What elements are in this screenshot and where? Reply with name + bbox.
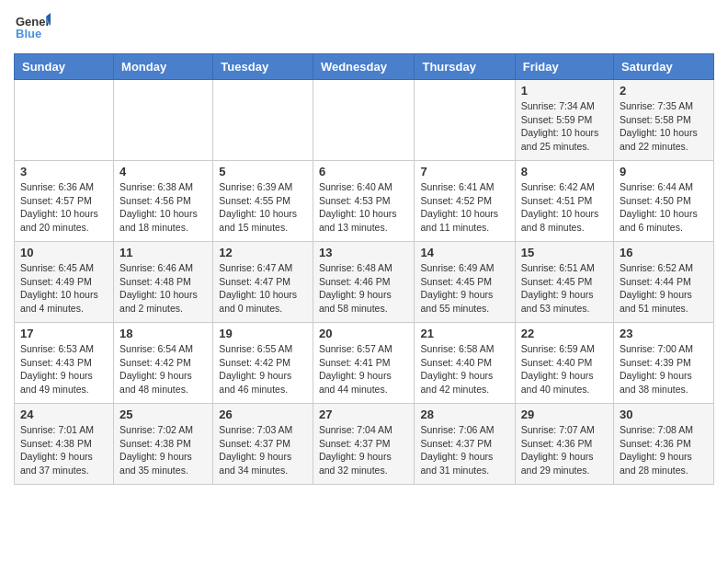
calendar-cell: 15Sunrise: 6:51 AM Sunset: 4:45 PM Dayli…: [515, 242, 613, 323]
week-row-0: 1Sunrise: 7:34 AM Sunset: 5:59 PM Daylig…: [15, 80, 714, 161]
day-number: 30: [620, 408, 708, 421]
calendar-cell: [415, 80, 515, 161]
calendar-cell: 29Sunrise: 7:07 AM Sunset: 4:36 PM Dayli…: [515, 404, 613, 485]
calendar-cell: 18Sunrise: 6:54 AM Sunset: 4:42 PM Dayli…: [114, 323, 213, 404]
day-info: Sunrise: 6:41 AM Sunset: 4:52 PM Dayligh…: [420, 180, 508, 235]
calendar-cell: 22Sunrise: 6:59 AM Sunset: 4:40 PM Dayli…: [515, 323, 613, 404]
week-row-2: 10Sunrise: 6:45 AM Sunset: 4:49 PM Dayli…: [15, 242, 714, 323]
day-info: Sunrise: 6:51 AM Sunset: 4:45 PM Dayligh…: [521, 261, 608, 316]
day-number: 19: [219, 327, 307, 340]
day-number: 8: [521, 165, 608, 178]
day-info: Sunrise: 6:47 AM Sunset: 4:47 PM Dayligh…: [219, 261, 307, 316]
day-info: Sunrise: 6:36 AM Sunset: 4:57 PM Dayligh…: [20, 180, 108, 235]
day-info: Sunrise: 7:35 AM Sunset: 5:58 PM Dayligh…: [620, 99, 708, 154]
day-info: Sunrise: 7:01 AM Sunset: 4:38 PM Dayligh…: [20, 423, 108, 477]
header: General Blue: [14, 9, 714, 46]
day-number: 17: [20, 327, 108, 340]
day-info: Sunrise: 6:38 AM Sunset: 4:56 PM Dayligh…: [119, 180, 207, 235]
day-number: 27: [319, 408, 409, 421]
calendar-cell: 1Sunrise: 7:34 AM Sunset: 5:59 PM Daylig…: [515, 80, 613, 161]
calendar-cell: [213, 80, 313, 161]
day-info: Sunrise: 7:03 AM Sunset: 4:37 PM Dayligh…: [219, 423, 307, 477]
day-number: 4: [119, 165, 207, 178]
calendar-table: SundayMondayTuesdayWednesdayThursdayFrid…: [14, 53, 714, 485]
calendar-cell: 14Sunrise: 6:49 AM Sunset: 4:45 PM Dayli…: [415, 242, 515, 323]
day-number: 24: [20, 408, 108, 421]
weekday-monday: Monday: [114, 54, 213, 80]
calendar-cell: 30Sunrise: 7:08 AM Sunset: 4:36 PM Dayli…: [614, 404, 714, 485]
calendar-cell: 27Sunrise: 7:04 AM Sunset: 4:37 PM Dayli…: [313, 404, 415, 485]
day-info: Sunrise: 7:02 AM Sunset: 4:38 PM Dayligh…: [119, 423, 207, 477]
weekday-saturday: Saturday: [614, 54, 714, 80]
day-info: Sunrise: 7:00 AM Sunset: 4:39 PM Dayligh…: [620, 342, 708, 396]
weekday-thursday: Thursday: [415, 54, 515, 80]
week-row-1: 3Sunrise: 6:36 AM Sunset: 4:57 PM Daylig…: [15, 161, 714, 242]
day-info: Sunrise: 6:59 AM Sunset: 4:40 PM Dayligh…: [521, 342, 608, 396]
weekday-tuesday: Tuesday: [213, 54, 313, 80]
day-number: 2: [620, 84, 708, 98]
calendar-cell: 23Sunrise: 7:00 AM Sunset: 4:39 PM Dayli…: [614, 323, 714, 404]
calendar-cell: 3Sunrise: 6:36 AM Sunset: 4:57 PM Daylig…: [15, 161, 114, 242]
day-number: 21: [420, 327, 508, 340]
day-number: 6: [319, 165, 409, 178]
calendar-cell: 20Sunrise: 6:57 AM Sunset: 4:41 PM Dayli…: [313, 323, 415, 404]
day-number: 23: [620, 327, 708, 340]
day-info: Sunrise: 6:46 AM Sunset: 4:48 PM Dayligh…: [119, 261, 207, 316]
day-info: Sunrise: 6:44 AM Sunset: 4:50 PM Dayligh…: [620, 180, 708, 235]
day-number: 1: [521, 84, 608, 98]
calendar-cell: 12Sunrise: 6:47 AM Sunset: 4:47 PM Dayli…: [213, 242, 313, 323]
calendar-cell: 2Sunrise: 7:35 AM Sunset: 5:58 PM Daylig…: [614, 80, 714, 161]
calendar-cell: 8Sunrise: 6:42 AM Sunset: 4:51 PM Daylig…: [515, 161, 613, 242]
calendar-cell: 25Sunrise: 7:02 AM Sunset: 4:38 PM Dayli…: [114, 404, 213, 485]
calendar-cell: 5Sunrise: 6:39 AM Sunset: 4:55 PM Daylig…: [213, 161, 313, 242]
day-info: Sunrise: 6:40 AM Sunset: 4:53 PM Dayligh…: [319, 180, 409, 235]
week-row-3: 17Sunrise: 6:53 AM Sunset: 4:43 PM Dayli…: [15, 323, 714, 404]
svg-text:Blue: Blue: [16, 27, 41, 40]
calendar-cell: 19Sunrise: 6:55 AM Sunset: 4:42 PM Dayli…: [213, 323, 313, 404]
day-info: Sunrise: 6:49 AM Sunset: 4:45 PM Dayligh…: [420, 261, 508, 316]
day-number: 3: [20, 165, 108, 178]
day-number: 20: [319, 327, 409, 340]
day-number: 5: [219, 165, 307, 178]
calendar-cell: 24Sunrise: 7:01 AM Sunset: 4:38 PM Dayli…: [15, 404, 114, 485]
calendar-cell: 11Sunrise: 6:46 AM Sunset: 4:48 PM Dayli…: [114, 242, 213, 323]
day-number: 11: [119, 246, 207, 259]
calendar-header: SundayMondayTuesdayWednesdayThursdayFrid…: [15, 54, 714, 80]
day-info: Sunrise: 6:42 AM Sunset: 4:51 PM Dayligh…: [521, 180, 608, 235]
weekday-sunday: Sunday: [15, 54, 114, 80]
calendar-cell: 6Sunrise: 6:40 AM Sunset: 4:53 PM Daylig…: [313, 161, 415, 242]
week-row-4: 24Sunrise: 7:01 AM Sunset: 4:38 PM Dayli…: [15, 404, 714, 485]
day-info: Sunrise: 6:45 AM Sunset: 4:49 PM Dayligh…: [20, 261, 108, 316]
calendar-cell: [114, 80, 213, 161]
weekday-header-row: SundayMondayTuesdayWednesdayThursdayFrid…: [15, 54, 714, 80]
day-info: Sunrise: 7:08 AM Sunset: 4:36 PM Dayligh…: [620, 423, 708, 477]
calendar-cell: 7Sunrise: 6:41 AM Sunset: 4:52 PM Daylig…: [415, 161, 515, 242]
day-number: 18: [119, 327, 207, 340]
day-number: 7: [420, 165, 508, 178]
day-info: Sunrise: 6:48 AM Sunset: 4:46 PM Dayligh…: [319, 261, 409, 316]
day-info: Sunrise: 6:57 AM Sunset: 4:41 PM Dayligh…: [319, 342, 409, 396]
day-number: 9: [620, 165, 708, 178]
calendar-cell: [313, 80, 415, 161]
day-number: 28: [420, 408, 508, 421]
calendar-cell: [15, 80, 114, 161]
weekday-wednesday: Wednesday: [313, 54, 415, 80]
day-info: Sunrise: 6:55 AM Sunset: 4:42 PM Dayligh…: [219, 342, 307, 396]
calendar-cell: 13Sunrise: 6:48 AM Sunset: 4:46 PM Dayli…: [313, 242, 415, 323]
calendar-cell: 28Sunrise: 7:06 AM Sunset: 4:37 PM Dayli…: [415, 404, 515, 485]
logo: General Blue: [14, 9, 51, 46]
calendar-cell: 10Sunrise: 6:45 AM Sunset: 4:49 PM Dayli…: [15, 242, 114, 323]
calendar-cell: 9Sunrise: 6:44 AM Sunset: 4:50 PM Daylig…: [614, 161, 714, 242]
calendar-cell: 21Sunrise: 6:58 AM Sunset: 4:40 PM Dayli…: [415, 323, 515, 404]
day-number: 12: [219, 246, 307, 259]
day-info: Sunrise: 6:53 AM Sunset: 4:43 PM Dayligh…: [20, 342, 108, 396]
calendar-cell: 16Sunrise: 6:52 AM Sunset: 4:44 PM Dayli…: [614, 242, 714, 323]
day-number: 22: [521, 327, 608, 340]
day-number: 26: [219, 408, 307, 421]
logo-icon: General Blue: [14, 9, 51, 46]
calendar-cell: 4Sunrise: 6:38 AM Sunset: 4:56 PM Daylig…: [114, 161, 213, 242]
day-number: 13: [319, 246, 409, 259]
day-info: Sunrise: 7:07 AM Sunset: 4:36 PM Dayligh…: [521, 423, 608, 477]
weekday-friday: Friday: [515, 54, 613, 80]
calendar-cell: 17Sunrise: 6:53 AM Sunset: 4:43 PM Dayli…: [15, 323, 114, 404]
